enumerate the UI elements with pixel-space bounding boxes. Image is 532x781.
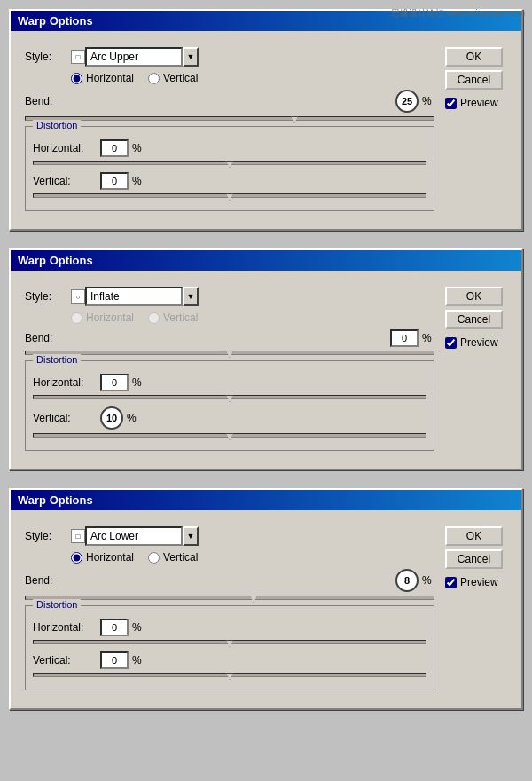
dialog-2-preview-row: Preview [445,336,507,349]
dialog-2-horiz-value[interactable]: 0 [100,374,129,391]
dialog-2-vert-value[interactable]: 10 [100,406,123,430]
dialog-3-horiz-value[interactable]: 0 [100,619,129,636]
dialog-2-horiz-row: Horizontal: 0 % [33,374,426,391]
dialog-1-style-icon: □ [71,50,85,64]
dialog-3-style-select[interactable]: Arc Lower [85,526,183,546]
dialog-3-style-select-wrapper: □ Arc Lower ▼ [71,526,199,546]
dialog-1-dropdown-arrow[interactable]: ▼ [183,47,199,67]
dialog-2-vert-thumb[interactable] [226,433,233,440]
dialog-2-bend-thumb[interactable] [226,351,233,358]
dialog-2-bend-label: Bend: [25,332,67,344]
dialog-2-vert-slider[interactable] [33,433,426,438]
dialog-3-style-label: Style: [25,530,67,542]
dialog-2-style-select[interactable]: Inflate [85,287,183,306]
dialog-2-vert-percent: % [127,412,137,424]
dialog-3-cancel-button[interactable]: Cancel [445,549,503,569]
dialog-1-horiz-value[interactable]: 0 [100,139,129,157]
dialog-3-bend-slider[interactable] [25,596,434,600]
dialog-2-ok-button[interactable]: OK [445,287,503,306]
dialog-1-preview-checkbox[interactable] [445,98,457,109]
dialog-2-vertical-radio[interactable]: Vertical [148,312,198,324]
dialog-1-bend-row: Bend: 25 % [25,90,434,113]
dialog-2-vert-row: Vertical: 10 % [33,406,426,430]
dialog-1-vert-label: Vertical: [33,175,97,187]
dialog-2-bend-slider[interactable] [25,351,434,355]
dialog-3-bend-percent: % [422,574,434,587]
dialog-2-cancel-button[interactable]: Cancel [445,310,503,329]
dialog-2-title: Warp Options [18,254,93,267]
dialog-1-horiz-slider[interactable] [33,161,426,165]
dialog-2-style-icon: ○ [71,289,85,304]
dialog-1-style-select[interactable]: Arc Upper [85,47,183,67]
dialog-1-vert-value[interactable]: 0 [100,172,129,190]
dialog-2-distortion-group: Distortion Horizontal: 0 % Vertical: [25,360,434,451]
dialog-1-style-select-wrapper: □ Arc Upper ▼ [71,47,199,67]
dialog-3-horiz-label: Horizontal: [33,621,97,634]
dialog-1-distortion-legend: Distortion [33,120,81,130]
dialog-3-preview-checkbox[interactable] [445,577,457,588]
dialog-1-horiz-percent: % [132,142,142,154]
warp-dialog-1: Warp Options Style: □ Arc Upper ▼ Horizo… [9,9,523,231]
dialog-2-right-panel: OK Cancel Preview [445,287,507,451]
dialog-2-horiz-percent: % [132,376,142,389]
dialog-3-titlebar: Warp Options [11,490,521,510]
dialog-1-style-label: Style: [25,51,67,63]
dialog-3-vert-thumb[interactable] [226,673,233,680]
warp-dialog-2: Warp Options Style: ○ Inflate ▼ Horizont… [9,248,523,470]
dialog-2-radio-group: Horizontal Vertical [25,312,434,324]
dialog-2-preview-checkbox[interactable] [445,337,457,349]
dialog-3-distortion-group: Distortion Horizontal: 0 % Vertical: [25,605,434,690]
dialog-1-cancel-button[interactable]: Cancel [445,70,503,90]
dialog-1-horiz-thumb[interactable] [226,161,233,168]
dialog-1-horizontal-radio[interactable]: Horizontal [71,72,134,84]
dialog-1-bend-slider[interactable] [25,116,434,121]
dialog-3-vert-value[interactable]: 0 [100,651,129,669]
dialog-2-bend-percent: % [422,332,434,344]
dialog-3-preview-label: Preview [460,576,498,588]
dialog-1-bend-value[interactable]: 25 [395,90,419,113]
dialog-1-vert-slider[interactable] [33,193,426,198]
dialog-3-horiz-slider[interactable] [33,640,426,644]
dialog-2-dropdown-arrow[interactable]: ▼ [183,287,199,306]
dialog-2-horiz-slider[interactable] [33,395,426,399]
dialog-1-bend-thumb[interactable] [291,116,298,123]
dialog-3-vert-row: Vertical: 0 % [33,651,426,669]
dialog-2-horiz-label: Horizontal: [33,376,97,389]
dialog-1-bend-label: Bend: [25,95,67,107]
dialog-2-horiz-thumb[interactable] [226,395,233,402]
dialog-1-preview-row: Preview [445,97,507,109]
dialog-3-ok-button[interactable]: OK [445,526,503,546]
dialog-3-vert-slider[interactable] [33,673,426,677]
dialog-3-vert-label: Vertical: [33,654,97,667]
dialog-3-right-panel: OK Cancel Preview [445,526,507,690]
dialog-2-style-row: Style: ○ Inflate ▼ [25,287,434,306]
dialog-2-bend-value[interactable]: 0 [390,329,419,347]
dialog-1-ok-button[interactable]: OK [445,47,503,67]
dialog-3-radio-group: Horizontal Vertical [25,551,434,564]
dialog-3-style-row: Style: □ Arc Lower ▼ [25,526,434,546]
watermark: 思缘设计论坛 www.missyuan.com [391,7,525,20]
dialog-3-preview-row: Preview [445,576,507,588]
dialog-3-title: Warp Options [18,493,93,507]
dialog-2-horizontal-radio[interactable]: Horizontal [71,312,134,324]
dialog-3-bend-value[interactable]: 8 [395,569,419,592]
dialog-1-vert-row: Vertical: 0 % [33,172,426,190]
dialog-3-horiz-row: Horizontal: 0 % [33,619,426,636]
dialog-3-bend-label: Bend: [25,574,67,587]
dialog-1-bend-percent: % [422,95,434,107]
dialog-1-style-row: Style: □ Arc Upper ▼ [25,47,434,67]
dialog-1-vertical-radio[interactable]: Vertical [148,72,198,84]
dialog-1-vert-thumb[interactable] [226,193,233,201]
dialog-3-horiz-thumb[interactable] [226,640,233,647]
dialog-3-dropdown-arrow[interactable]: ▼ [183,526,199,546]
dialog-1-preview-label: Preview [460,97,498,109]
dialog-3-bend-thumb[interactable] [250,596,257,603]
dialog-2-titlebar: Warp Options [11,250,521,271]
dialog-2-style-label: Style: [25,290,67,303]
dialog-2-distortion-legend: Distortion [33,354,81,365]
dialog-3-vertical-radio[interactable]: Vertical [148,551,198,564]
dialog-3-horizontal-radio[interactable]: Horizontal [71,551,134,564]
dialog-2-style-select-wrapper: ○ Inflate ▼ [71,287,199,306]
dialog-2-vert-label: Vertical: [33,412,97,424]
dialog-2-left-panel: Style: ○ Inflate ▼ Horizontal Vertica [25,287,434,451]
